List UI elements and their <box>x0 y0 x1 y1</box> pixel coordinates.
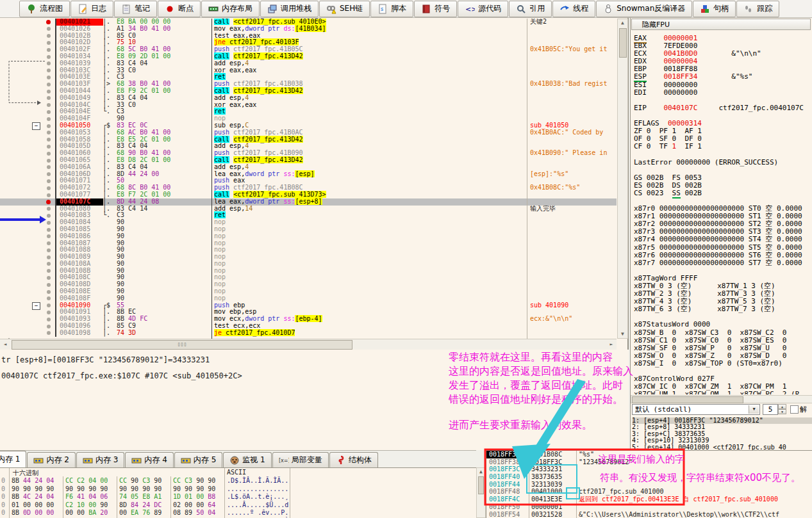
disasm-row[interactable]: 0040108490nop <box>0 219 617 226</box>
hide-fpu-button[interactable]: 隐藏FPU <box>631 19 811 30</box>
row-dot-icon[interactable] <box>47 221 51 225</box>
disasm-row[interactable]: 0040104C│.33 C0xor eax,eax <box>0 102 617 109</box>
disasm-row[interactable]: 0040108E90nop <box>0 288 617 295</box>
tab-内存-1[interactable]: 内存 1 <box>0 451 26 467</box>
tab-内存-4[interactable]: 内存 4 <box>125 452 173 467</box>
disasm-row[interactable]: 0040108B90nop <box>0 268 617 275</box>
toolbar-button-handles[interactable]: 句柄 <box>693 1 736 17</box>
toolbar-button-snowman[interactable]: Snowman反编译器 <box>596 1 692 17</box>
chevron-down-icon[interactable]: ▼ <box>749 405 759 414</box>
row-dot-icon[interactable] <box>47 234 51 238</box>
row-dot-icon[interactable] <box>47 304 51 307</box>
toolbar-button-flowchart[interactable]: 流程图 <box>19 1 70 17</box>
toolbar-button-symbols[interactable]: 符号 <box>414 1 457 17</box>
row-dot-icon[interactable] <box>47 296 51 300</box>
dump-vscrollbar[interactable]: ▲ <box>476 467 486 518</box>
toolbar-button-log[interactable]: 日志 <box>70 1 113 17</box>
breakpoint-dot-icon[interactable] <box>46 200 51 204</box>
row-dot-icon[interactable] <box>47 145 51 149</box>
disasm-row[interactable]: 0040108990nop <box>0 254 617 261</box>
row-dot-icon[interactable] <box>47 248 51 252</box>
tab-内存-5[interactable]: 内存 5 <box>174 452 222 467</box>
row-dot-icon[interactable] <box>47 325 51 328</box>
row-dot-icon[interactable] <box>47 186 51 190</box>
disasm-row[interactable]: 0040105D│.83 C4 04add esp,4 <box>0 143 617 150</box>
toolbar-button-threads[interactable]: 线程 <box>552 1 595 17</box>
dump-row[interactable]: 08B 44 24 04CC C2 04 00CC 90 C3 90CC C3 … <box>0 477 476 485</box>
toolbar-button-seh-chain[interactable]: SEH链 <box>319 1 370 17</box>
breakpoint-dot-icon[interactable] <box>46 20 51 24</box>
disasm-row[interactable]: 0040108690nop <box>0 233 617 240</box>
disasm-row[interactable]: 0040103C│.33 C0xor eax,eax <box>0 67 617 74</box>
disasm-row[interactable]: 0040102F│.68 5C B0 41 00push ctf2017_fpc… <box>0 46 617 53</box>
disasm-row[interactable]: 0040106D│.8D 44 24 00lea eax,dword ptr s… <box>0 171 617 178</box>
registers-text[interactable]: EAX 00000001EBX 7EFDE000ECX 0041B0D0 &"\… <box>634 35 811 394</box>
disasm-row[interactable]: 00401026│.A1 34 B0 41 00mov eax,dword pt… <box>0 26 617 33</box>
stack-row[interactable]: 0018FF4800401000ctf2017_fpc.sub_401000 <box>486 488 812 496</box>
tab-内存-2[interactable]: 内存 2 <box>27 452 75 467</box>
row-dot-icon[interactable] <box>47 255 51 259</box>
arg-count-spinner[interactable]: ▲▼ <box>778 404 786 415</box>
disasm-row[interactable]: 00401093│.8B 4D FCmov ecx,dword ptr ss:[… <box>0 316 617 323</box>
dump-row[interactable]: 08B 0D 00 0000 00 BA 2000 EA 76 8908 89 … <box>0 509 476 517</box>
stack-row[interactable]: 0018FF4C00413E3E返回到 ctf2017_fpc.00413E3E… <box>486 496 812 503</box>
disasm-row[interactable]: 00401065│.E8 D8 2C 01 00call ctf2017_fpc… <box>0 157 617 164</box>
disasm-row[interactable]: 00401058│.E8 E5 2C 01 00call ctf2017_fpc… <box>0 136 617 143</box>
lock-checkbox[interactable] <box>790 405 799 414</box>
row-dot-icon[interactable] <box>47 138 51 142</box>
toolbar-button-memory-map[interactable]: 内存布局 <box>201 1 260 17</box>
disasm-row[interactable]: 0040107C│.8D 44 24 08lea eax,dword ptr s… <box>0 198 617 206</box>
row-dot-icon[interactable] <box>47 172 51 176</box>
tab-内存-3[interactable]: 内存 3 <box>76 452 124 467</box>
tab-局部变量[interactable]: [x=]局部变量 <box>272 452 329 467</box>
dump-row[interactable]: 001 00 00 00C2 10 00 908D 84 24 DC02 00 … <box>0 501 476 510</box>
disassembly-vscrollbar[interactable]: ▲ ▼ <box>617 19 628 339</box>
arg-count-input[interactable]: 5 <box>763 404 778 415</box>
row-dot-icon[interactable] <box>47 96 51 100</box>
row-dot-icon[interactable] <box>47 159 51 163</box>
tab-结构体[interactable]: 结构体 <box>329 452 378 467</box>
disasm-row[interactable]: 0040108A90nop <box>0 261 617 268</box>
row-dot-icon[interactable] <box>47 55 51 59</box>
row-dot-icon[interactable] <box>47 90 51 93</box>
disassembly-panel[interactable]: 00401021│.E8 BA 00 00 00call <ctf2017_fp… <box>0 18 629 350</box>
disasm-row[interactable]: 0040104E└.C3ret <box>0 108 617 115</box>
disasm-row[interactable]: 00401034│.E8 09 2D 01 00call ctf2017_fpc… <box>0 53 617 60</box>
disasm-row[interactable]: 0040108C90nop <box>0 274 617 281</box>
disasm-row[interactable]: 0040103F│>68 38 B0 41 00push ctf2017_fpc… <box>0 81 617 88</box>
row-dot-icon[interactable] <box>47 290 51 294</box>
toolbar-button-trace[interactable]: 跟踪 <box>736 1 779 17</box>
row-dot-icon[interactable] <box>47 269 51 273</box>
disasm-row[interactable]: 00401096│.85 C9test ecx,ecx <box>0 323 617 330</box>
disasm-row[interactable]: 0040108890nop <box>0 247 617 254</box>
row-dot-icon[interactable] <box>47 276 51 280</box>
row-dot-icon[interactable] <box>47 124 51 128</box>
row-dot-icon[interactable] <box>47 131 51 134</box>
row-dot-icon[interactable] <box>47 110 51 114</box>
disasm-row[interactable]: 0040108790nop <box>0 240 617 247</box>
row-dot-icon[interactable] <box>47 214 51 218</box>
dump-row[interactable]: 08B 4C 24 04F6 41 04 0674 05 E8 A11D 01 … <box>0 493 476 501</box>
row-dot-icon[interactable] <box>47 179 51 183</box>
row-dot-icon[interactable] <box>47 193 51 197</box>
disasm-row[interactable]: 00401098│.74 3Dje ctf2017_fpc.4010D7 <box>0 330 617 337</box>
row-dot-icon[interactable] <box>47 228 51 232</box>
row-dot-icon[interactable] <box>47 152 51 156</box>
disasm-row[interactable]: 0040108F90nop <box>0 295 617 302</box>
disasm-row[interactable]: 00401044│.E8 F9 2C 01 00call ctf2017_fpc… <box>0 88 617 95</box>
disasm-row[interactable]: 0040102B│.85 C0test eax,eax <box>0 33 617 40</box>
row-dot-icon[interactable] <box>47 34 51 38</box>
row-dot-icon[interactable] <box>47 48 51 52</box>
disasm-row[interactable]: 0040108590nop <box>0 226 617 233</box>
row-dot-icon[interactable] <box>47 311 51 314</box>
disasm-row[interactable]: 0040106A│.83 C4 04add esp,4 <box>0 164 617 171</box>
disasm-row[interactable]: 00401071│.50push eax <box>0 177 617 184</box>
disasm-row[interactable]: −00401090┌$55push ebpsub_401090 <box>0 302 617 309</box>
toolbar-button-notes[interactable]: 笔记 <box>114 1 157 17</box>
row-dot-icon[interactable] <box>47 117 51 121</box>
row-dot-icon[interactable] <box>47 61 51 65</box>
disasm-row[interactable]: 00401049│.83 C4 04add esp,4 <box>0 95 617 102</box>
arg-row[interactable]: 5: [esp+14] 00401000 <ctf2017_fpc.sub_40 <box>632 444 812 450</box>
toolbar-button-source[interactable]: <>源代码 <box>458 1 508 17</box>
disasm-row[interactable]: 0040103E│.C3ret <box>0 74 617 81</box>
